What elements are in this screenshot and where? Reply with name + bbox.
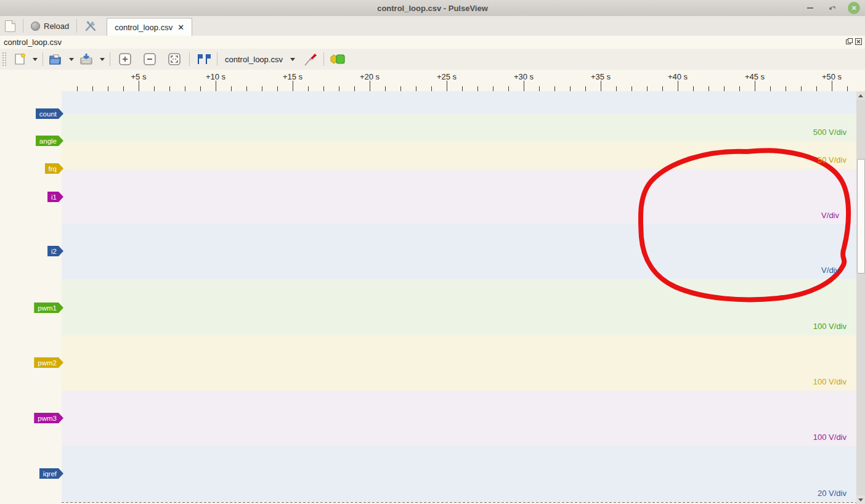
ruler-minor-tick <box>631 86 632 91</box>
restore-button[interactable] <box>826 1 839 15</box>
close-button[interactable]: ✕ <box>848 2 860 14</box>
vdiv-label-angle: 500 V/div <box>813 128 847 137</box>
close-dock-icon[interactable] <box>855 38 863 46</box>
trace-band-frq <box>62 141 856 169</box>
scroll-down-button[interactable] <box>856 495 865 504</box>
ruler-minor-tick <box>123 86 124 91</box>
vertical-scrollbar[interactable] <box>856 91 865 504</box>
ruler-minor-tick <box>786 86 786 91</box>
trace-band-pwm3 <box>62 391 856 446</box>
ruler-minor-tick <box>647 86 648 91</box>
trace-band-count <box>62 91 856 113</box>
ruler-major-tick <box>216 81 216 91</box>
ruler-tick-label: +45 s <box>745 72 765 81</box>
time-ruler[interactable]: +5 s+10 s+15 s+20 s+25 s+30 s+35 s+40 s+… <box>0 70 865 91</box>
trace-band-angle <box>62 113 856 141</box>
ruler-minor-tick <box>169 86 170 91</box>
zoom-fit-icon <box>167 52 182 66</box>
tab-label: control_loop.csv <box>115 23 173 32</box>
ruler-minor-tick <box>200 86 201 91</box>
separator <box>189 52 190 66</box>
trace-view <box>0 91 865 504</box>
ruler-minor-tick <box>231 86 232 91</box>
ruler-major-tick <box>293 81 293 91</box>
open-file-button[interactable] <box>46 51 65 68</box>
ruler-tick-label: +20 s <box>360 72 380 81</box>
ruler-minor-tick <box>246 86 247 91</box>
ruler-minor-tick <box>185 86 185 91</box>
open-file-dropdown[interactable] <box>65 56 76 63</box>
decoder-icon <box>329 52 347 66</box>
float-dock-icon[interactable] <box>845 38 853 46</box>
signal-tag-pwm2[interactable]: pwm2 <box>34 357 63 368</box>
device-selector[interactable]: control_loop.csv <box>220 55 300 64</box>
pulseview-window: control_loop.csv - PulseView ✕ Reload <box>0 0 865 504</box>
ruler-minor-tick <box>554 86 555 91</box>
zoom-in-button[interactable] <box>115 51 135 68</box>
vdiv-label-i2: V/div <box>821 266 839 275</box>
tab-close-icon[interactable]: ✕ <box>177 23 184 32</box>
ruler-tick-label: +25 s <box>437 72 457 81</box>
ruler-minor-tick <box>431 86 432 91</box>
ruler-minor-tick <box>308 86 309 91</box>
zoom-fit-button[interactable] <box>164 51 184 68</box>
ruler-major-tick <box>678 81 678 91</box>
ruler-minor-tick <box>847 86 848 91</box>
ruler-minor-tick <box>462 86 463 91</box>
ruler-minor-tick <box>262 86 262 91</box>
separator <box>110 52 110 66</box>
ruler-minor-tick <box>277 86 278 91</box>
ruler-minor-tick <box>724 86 725 91</box>
ruler-minor-tick <box>801 86 802 91</box>
zoom-out-button[interactable] <box>140 51 160 68</box>
ruler-major-tick <box>755 81 755 91</box>
save-file-button[interactable] <box>76 51 96 68</box>
scroll-up-button[interactable] <box>856 91 865 100</box>
ruler-minor-tick <box>570 86 571 91</box>
new-file-dropdown[interactable] <box>29 56 40 63</box>
ruler-minor-tick <box>585 86 586 91</box>
add-decoder-button[interactable] <box>327 51 350 68</box>
dropdown-caret-icon <box>100 58 105 61</box>
vdiv-label-pwm2: 100 V/div <box>813 377 847 386</box>
minimize-button[interactable] <box>803 1 817 15</box>
ruler-major-tick <box>139 81 139 91</box>
save-file-dropdown[interactable] <box>96 56 107 63</box>
new-session-button[interactable] <box>0 18 20 34</box>
ruler-minor-tick <box>416 86 416 91</box>
ruler-minor-tick <box>709 86 709 91</box>
vdiv-label-frq: 50 V/div <box>818 155 847 165</box>
signal-tag-pwm3[interactable]: pwm3 <box>34 413 63 423</box>
trace-band-pwm2 <box>62 335 856 391</box>
device-label: control_loop.csv <box>225 55 283 64</box>
ruler-major-tick <box>601 81 601 91</box>
trace-band-i1 <box>62 169 856 224</box>
signal-tag-angle[interactable]: angle <box>36 136 63 146</box>
vdiv-label-i1: V/div <box>821 211 839 220</box>
signal-tag-iqref[interactable]: iqref <box>39 468 63 479</box>
ruler-tick-label: +10 s <box>206 72 225 81</box>
arrow-down-icon <box>858 498 863 502</box>
settings-button[interactable] <box>79 18 102 34</box>
vdiv-label-iqref: 20 V/div <box>818 489 847 498</box>
scrollbar-thumb[interactable] <box>857 159 865 274</box>
ruler-minor-tick <box>739 86 740 91</box>
ruler-minor-tick <box>385 86 386 91</box>
toolbar-grip[interactable] <box>2 52 7 67</box>
separator <box>43 52 43 66</box>
session-file-label: control_loop.csv <box>0 38 62 47</box>
zoom-to-flags-button[interactable] <box>192 51 214 68</box>
ruler-tick-label: +50 s <box>822 72 842 81</box>
reload-button[interactable]: Reload <box>26 20 74 33</box>
signal-tag-pwm1[interactable]: pwm1 <box>34 303 63 313</box>
ruler-minor-tick <box>354 86 355 91</box>
ruler-minor-tick <box>339 86 339 91</box>
signal-tag-count[interactable]: count <box>36 108 63 119</box>
ruler-major-tick <box>832 81 832 91</box>
ruler-minor-tick <box>108 86 108 91</box>
probe-button[interactable] <box>300 49 321 69</box>
ruler-minor-tick <box>400 86 401 91</box>
tab-control-loop-csv[interactable]: control_loop.csv ✕ <box>107 18 192 36</box>
new-file-button[interactable] <box>10 51 29 68</box>
new-file-icon <box>13 52 26 66</box>
